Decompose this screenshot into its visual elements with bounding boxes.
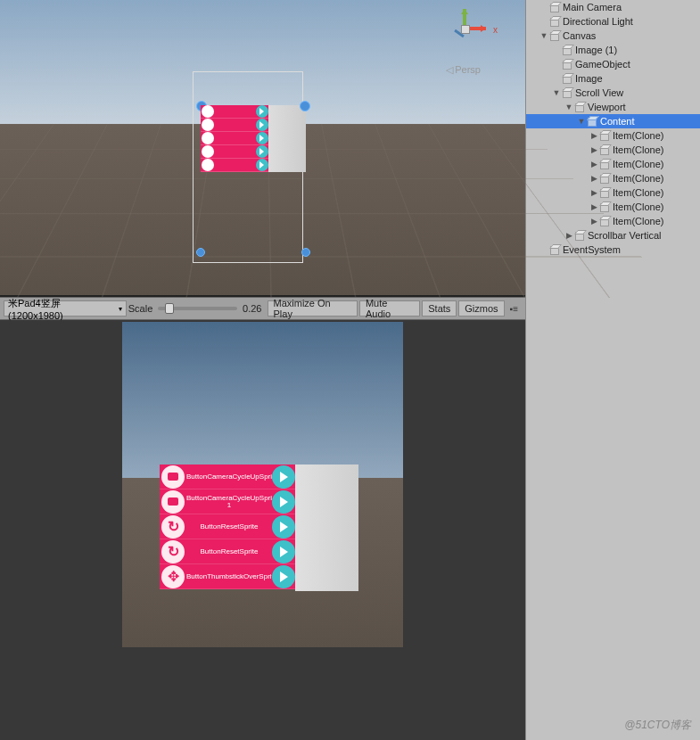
orientation-gizmo[interactable]: x: [445, 9, 485, 49]
list-item[interactable]: ButtonResetSprite: [160, 539, 295, 564]
hierarchy-label: Item(Clone): [613, 173, 663, 184]
chevron-right-icon: [256, 132, 268, 144]
chevron-right-icon: [256, 145, 268, 158]
expand-arrow-icon[interactable]: [589, 160, 599, 169]
list-item: [201, 145, 268, 159]
gameobject-icon: [562, 87, 572, 98]
hierarchy-label: GameObject: [575, 59, 630, 70]
item-column: [201, 105, 268, 172]
list-item: [201, 119, 268, 132]
axis-x-icon[interactable]: [470, 27, 486, 30]
gameobject-icon: [599, 187, 610, 198]
hierarchy-label: Item(Clone): [613, 159, 663, 169]
expand-arrow-icon[interactable]: [589, 145, 599, 154]
item-icon: [202, 159, 214, 171]
scale-label: Scale: [128, 303, 153, 314]
cam-icon: [161, 465, 185, 489]
hierarchy-label: Item(Clone): [613, 144, 663, 155]
hierarchy-item-image-1-[interactable]: Image (1): [526, 43, 700, 57]
expand-arrow-icon[interactable]: [564, 103, 574, 111]
item-label: ButtonCameraCycleUpSprite 1: [186, 495, 272, 509]
mute-button[interactable]: Mute Audio: [359, 300, 420, 317]
gameobject-icon: [599, 173, 610, 184]
aspect-dropdown[interactable]: 米Pad4竖屏 (1200x1980): [4, 300, 127, 317]
chevron-right-icon: [256, 105, 268, 118]
left-pane: x Persp 米Pad4竖屏 (1200x1980) Scale 0.26 M…: [0, 0, 525, 740]
hierarchy-label: Directional Light: [563, 16, 633, 27]
chevron-right-icon[interactable]: [272, 540, 295, 563]
gameobject-icon: [549, 244, 560, 255]
item-label: ButtonCameraCycleUpSprite: [186, 473, 272, 481]
expand-arrow-icon[interactable]: [589, 131, 599, 140]
gameobject-icon: [574, 102, 585, 112]
hierarchy-panel: Main CameraDirectional LightCanvasImage …: [525, 0, 700, 740]
hierarchy-item-item-clone-[interactable]: Item(Clone): [526, 128, 700, 143]
expand-arrow-icon[interactable]: [576, 117, 587, 126]
hierarchy-label: Image (1): [575, 45, 617, 55]
list-item[interactable]: ButtonResetSprite: [160, 514, 295, 539]
item-label: ButtonResetSprite: [186, 548, 272, 555]
gameobject-icon: [599, 201, 610, 212]
maximize-button[interactable]: Maximize On Play: [268, 300, 358, 317]
item-icon: [202, 105, 214, 118]
cam-icon: [161, 490, 185, 514]
hierarchy-label: Viewport: [588, 102, 626, 112]
scale-slider[interactable]: [158, 307, 237, 310]
gizmos-dropdown[interactable]: Gizmos: [458, 300, 504, 317]
gameobject-icon: [549, 16, 560, 27]
game-scroll-content: ButtonCameraCycleUpSpriteButtonCameraCyc…: [160, 465, 358, 591]
hierarchy-item-gameobject[interactable]: GameObject: [526, 57, 700, 71]
hierarchy-label: Item(Clone): [613, 201, 663, 212]
list-item[interactable]: ButtonCameraCycleUpSprite: [160, 465, 295, 489]
item-label: ButtonResetSprite: [186, 523, 272, 530]
chevron-right-icon[interactable]: [272, 490, 295, 514]
hierarchy-label: Main Camera: [563, 2, 622, 12]
chevron-right-icon[interactable]: [272, 465, 295, 489]
chevron-right-icon[interactable]: [272, 515, 295, 539]
gameobject-icon: [599, 159, 610, 169]
scroll-content-preview: [201, 105, 306, 172]
expand-arrow-icon[interactable]: [539, 31, 549, 40]
resize-handle-icon[interactable]: [196, 248, 205, 257]
game-screen: ButtonCameraCycleUpSpriteButtonCameraCyc…: [122, 322, 403, 647]
scale-value: 0.26: [243, 303, 261, 314]
item-icon: [202, 132, 214, 144]
gizmo-cube-icon[interactable]: [461, 25, 470, 34]
item-icon: [202, 119, 214, 131]
hierarchy-label: Image: [575, 73, 603, 84]
gameobject-icon: [549, 30, 560, 41]
list-item[interactable]: ButtonThumbstickOverSprite: [160, 564, 295, 589]
list-item: [201, 105, 268, 119]
game-item-list: ButtonCameraCycleUpSpriteButtonCameraCyc…: [160, 465, 295, 591]
hierarchy-item-canvas[interactable]: Canvas: [526, 29, 700, 43]
persp-label[interactable]: Persp: [446, 64, 481, 76]
expand-arrow-icon[interactable]: [589, 188, 599, 197]
scene-view[interactable]: x Persp: [0, 0, 525, 297]
chevron-right-icon[interactable]: [272, 565, 295, 588]
hierarchy-item-directional-light[interactable]: Directional Light: [526, 14, 700, 29]
hierarchy-item-image[interactable]: Image: [526, 71, 700, 86]
watermark: @51CTO博客: [624, 718, 691, 733]
panel-menu-icon[interactable]: ▪≡: [506, 304, 522, 314]
hierarchy-item-viewport[interactable]: Viewport: [526, 100, 700, 114]
reset-icon: [161, 515, 185, 539]
expand-arrow-icon[interactable]: [589, 174, 599, 183]
gameobject-icon: [562, 73, 572, 84]
list-item[interactable]: ButtonCameraCycleUpSprite 1: [160, 489, 295, 514]
hierarchy-item-scroll-view[interactable]: Scroll View: [526, 86, 700, 100]
selected-rect[interactable]: [201, 105, 306, 252]
aspect-label: 米Pad4竖屏 (1200x1980): [8, 297, 117, 321]
stats-button[interactable]: Stats: [422, 300, 457, 317]
scrollbar-area: [268, 105, 306, 172]
resize-handle-icon[interactable]: [301, 248, 310, 257]
hierarchy-item-main-camera[interactable]: Main Camera: [526, 0, 700, 14]
slider-thumb-icon[interactable]: [165, 303, 174, 314]
hierarchy-item-content[interactable]: Content: [526, 114, 700, 128]
axis-y-icon[interactable]: [463, 9, 466, 25]
expand-arrow-icon[interactable]: [551, 88, 562, 97]
gameobject-icon: [574, 230, 585, 241]
gameobject-icon: [599, 130, 610, 141]
game-view[interactable]: ButtonCameraCycleUpSpriteButtonCameraCyc…: [0, 320, 525, 740]
gameobject-icon: [599, 216, 610, 226]
gameobject-icon: [549, 2, 560, 12]
